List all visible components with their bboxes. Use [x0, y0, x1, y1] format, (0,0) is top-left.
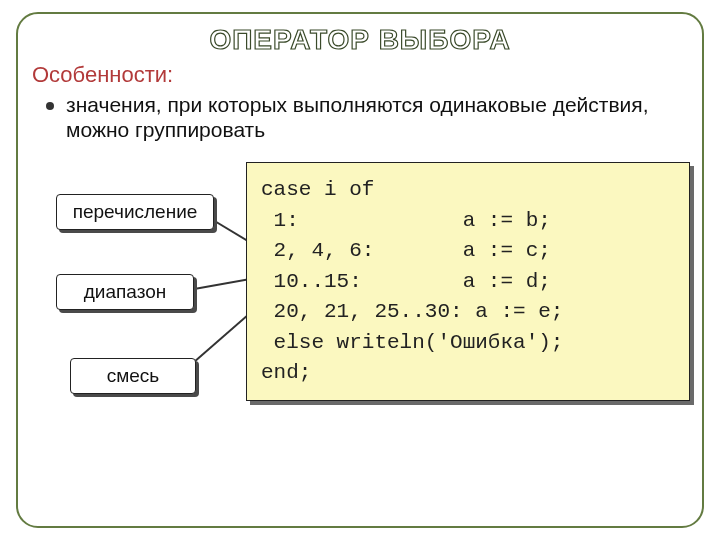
- diagram-stage: перечисление диапазон смесь case i of 1:…: [18, 156, 702, 476]
- callout-mix-label: смесь: [107, 365, 160, 386]
- bullet-item: значения, при которых выполняются одинак…: [46, 92, 678, 142]
- code-block: case i of 1: a := b; 2, 4, 6: a := c; 10…: [246, 162, 690, 401]
- code-line-3: 2, 4, 6: a := c;: [261, 239, 551, 262]
- bullet-dot-icon: [46, 102, 54, 110]
- code-line-2: 1: a := b;: [261, 209, 551, 232]
- code-line-5: 20, 21, 25..30: a := e;: [261, 300, 563, 323]
- callout-enumeration-label: перечисление: [73, 201, 198, 222]
- callout-range: диапазон: [56, 274, 194, 310]
- code-line-6: else writeln('Ошибка');: [261, 331, 563, 354]
- bullet-text: значения, при которых выполняются одинак…: [66, 92, 678, 142]
- callout-enumeration: перечисление: [56, 194, 214, 230]
- subtitle: Особенности:: [32, 62, 702, 88]
- code-line-1: case i of: [261, 178, 374, 201]
- code-line-4: 10..15: a := d;: [261, 270, 551, 293]
- bullet-list: значения, при которых выполняются одинак…: [46, 92, 702, 142]
- callout-range-label: диапазон: [84, 281, 166, 302]
- callout-mix: смесь: [70, 358, 196, 394]
- page-title: ОПЕРАТОР ВЫБОРА: [18, 24, 702, 56]
- code-line-7: end;: [261, 361, 311, 384]
- slide-frame: ОПЕРАТОР ВЫБОРА Особенности: значения, п…: [16, 12, 704, 528]
